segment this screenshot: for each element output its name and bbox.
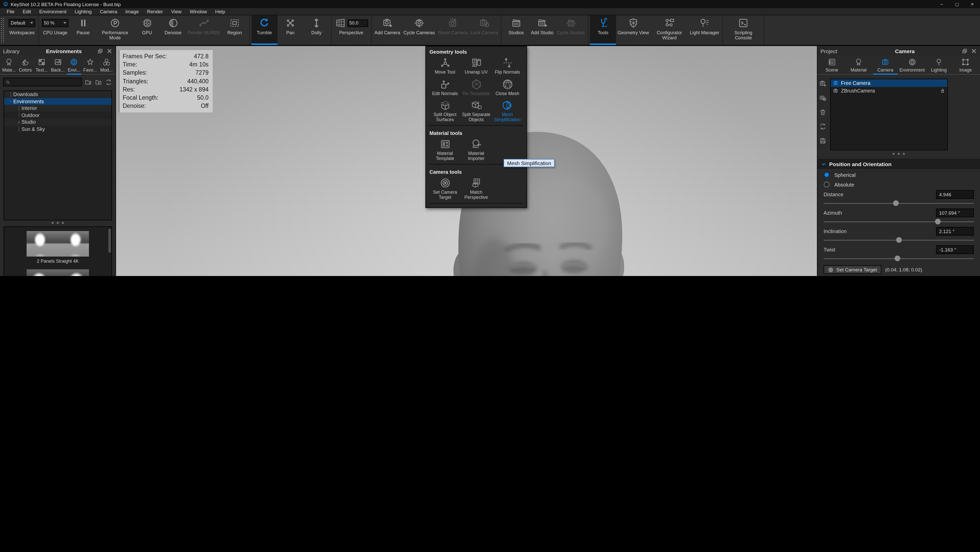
- tool-button[interactable]: Flip Normals: [492, 57, 523, 75]
- menu-item[interactable]: Image: [122, 9, 142, 14]
- project-tab[interactable]: Environment: [899, 58, 926, 74]
- menu-item[interactable]: Camera: [96, 9, 121, 14]
- project-tab[interactable]: Scene: [818, 58, 845, 74]
- library-tab[interactable]: Favo...: [82, 58, 98, 74]
- parameter-slider[interactable]: [824, 218, 974, 225]
- menu-item[interactable]: Environment: [35, 9, 70, 14]
- toolbar-button[interactable]: Region: [222, 15, 248, 45]
- library-tab[interactable]: Text...: [33, 58, 49, 74]
- toolbar-button[interactable]: Cycle Studios: [555, 15, 586, 45]
- toolbar-button[interactable]: Cycle Cameras: [402, 15, 436, 45]
- close-panel-icon[interactable]: [107, 48, 113, 54]
- toolbar-grip-handle[interactable]: [0, 17, 5, 43]
- search-input[interactable]: [12, 79, 79, 85]
- tree-item[interactable]: ┊ Outdoor: [4, 112, 111, 119]
- tool-button[interactable]: Material Template: [430, 138, 461, 161]
- toolbar-button[interactable]: Denoise: [160, 15, 186, 45]
- radio-option[interactable]: Spherical: [818, 169, 980, 178]
- tree-item[interactable]: ┊ Downloads: [4, 91, 111, 98]
- window-control-button[interactable]: ─: [934, 0, 949, 8]
- refresh-icon[interactable]: [819, 122, 827, 130]
- value-input[interactable]: 4.946: [936, 190, 974, 199]
- tool-button[interactable]: Edit Normals: [430, 78, 461, 96]
- toolbar-dropdown[interactable]: Default: [9, 19, 35, 27]
- toolbar-button[interactable]: Default Workspaces: [7, 15, 37, 45]
- toolbar-button[interactable]: Lock Camera: [469, 15, 500, 45]
- value-input[interactable]: 107.694 °: [936, 208, 974, 217]
- toolbar-button[interactable]: Add Studio: [529, 15, 555, 45]
- toolbar-button[interactable]: Light Manager: [688, 15, 721, 45]
- title-bar[interactable]: KeyShot 10.2 BETA Pro Floating License -…: [0, 0, 980, 8]
- toolbar-value-field[interactable]: 50.0: [347, 19, 368, 27]
- tool-button[interactable]: Move Tool: [430, 57, 461, 75]
- tool-button[interactable]: Mesh Simplification: [492, 99, 523, 122]
- menu-item[interactable]: Render: [143, 9, 166, 14]
- toolbar-button[interactable]: Tumble: [251, 15, 277, 45]
- set-camera-target-button[interactable]: Set Camera Target: [824, 265, 881, 274]
- menu-item[interactable]: File: [3, 9, 18, 14]
- menu-item[interactable]: Lighting: [71, 9, 95, 14]
- library-tab[interactable]: Back...: [49, 58, 66, 74]
- library-tab[interactable]: Envi...: [66, 58, 82, 74]
- menu-item[interactable]: Help: [212, 9, 229, 14]
- toolbar-button[interactable]: Scripting Console: [724, 15, 762, 45]
- panel-splitter-dots[interactable]: [0, 220, 116, 225]
- tree-item[interactable]: ┊ Sun & Sky: [4, 126, 111, 132]
- tool-button[interactable]: Split Separate Objects: [461, 99, 492, 122]
- camera-plus-icon[interactable]: [819, 80, 827, 87]
- float-panel-icon[interactable]: [97, 48, 103, 54]
- camera-list-item[interactable]: ZBrushCamera: [831, 87, 947, 95]
- project-tab[interactable]: Image: [952, 58, 979, 74]
- library-tab[interactable]: Mod...: [99, 58, 115, 74]
- library-tab[interactable]: Colors: [17, 58, 33, 74]
- tree-item[interactable]: + Studio: [4, 119, 111, 126]
- menu-item[interactable]: Window: [186, 9, 211, 14]
- parameter-slider[interactable]: [824, 200, 974, 207]
- toolbar-button[interactable]: Performance Mode: [96, 15, 134, 45]
- library-search-box[interactable]: [3, 78, 82, 86]
- environment-thumbnail[interactable]: 2 Panels Straight 4K: [4, 231, 111, 264]
- parameter-slider[interactable]: [824, 255, 974, 262]
- toolbar-button[interactable]: Studios: [503, 15, 529, 45]
- toolbar-button[interactable]: Dolly: [304, 15, 329, 45]
- panel-splitter-dots[interactable]: [818, 151, 980, 156]
- project-tab[interactable]: Lighting: [926, 58, 952, 74]
- toolbar-button[interactable]: GPU: [134, 15, 160, 45]
- toolbar-button[interactable]: 50 % CPU Usage: [40, 15, 70, 45]
- toolbar-button[interactable]: Pause: [70, 15, 96, 45]
- tool-button[interactable]: Close Mesh: [492, 78, 523, 96]
- toolbar-button[interactable]: Geometry View: [616, 15, 651, 45]
- project-tab[interactable]: Camera: [872, 58, 899, 74]
- float-panel-icon[interactable]: [962, 48, 968, 54]
- toolbar-button[interactable]: Reset Camera: [436, 15, 469, 45]
- trash-icon[interactable]: [819, 108, 827, 116]
- value-input[interactable]: -1.163 °: [936, 245, 974, 254]
- section-position-orientation[interactable]: Position and Orientation: [818, 159, 980, 169]
- thumbnail-scrollbar[interactable]: [108, 229, 111, 253]
- folder-import-icon[interactable]: [95, 78, 102, 86]
- project-tab[interactable]: Material: [845, 58, 872, 74]
- tree-item[interactable]: ┊ Interior: [4, 105, 111, 112]
- toolbar-button[interactable]: Configurator Wizard: [651, 15, 688, 45]
- realtime-3d-viewport[interactable]: Frames Per Sec: 472.8 Time: 4m 10s Sampl…: [116, 46, 817, 276]
- tool-button[interactable]: Match Perspective: [461, 177, 492, 200]
- menu-item[interactable]: View: [167, 9, 185, 14]
- tool-button[interactable]: Split Object Surfaces: [430, 99, 461, 122]
- camera-globe-icon[interactable]: [819, 94, 827, 102]
- tool-button[interactable]: Set Camera Target: [430, 177, 461, 200]
- toolbar-dropdown[interactable]: 50 %: [42, 19, 68, 27]
- parameter-slider[interactable]: [824, 237, 974, 243]
- camera-list-item[interactable]: Free Camera: [831, 79, 947, 87]
- lock-open-icon[interactable]: [940, 88, 945, 94]
- toolbar-button[interactable]: Tools: [590, 15, 616, 45]
- tool-button[interactable]: Material Importer: [461, 138, 492, 161]
- folder-plus-icon[interactable]: [84, 78, 92, 86]
- toolbar-button[interactable]: Render NURBS: [186, 15, 222, 45]
- tool-button[interactable]: Re-Tessellate: [461, 78, 492, 96]
- library-tab[interactable]: Mate...: [1, 58, 17, 74]
- menu-item[interactable]: Edit: [19, 9, 35, 14]
- window-control-button[interactable]: ✕: [965, 0, 980, 8]
- value-input[interactable]: 2.121 °: [936, 227, 974, 235]
- close-panel-icon[interactable]: [971, 48, 977, 54]
- refresh-icon[interactable]: [105, 78, 113, 86]
